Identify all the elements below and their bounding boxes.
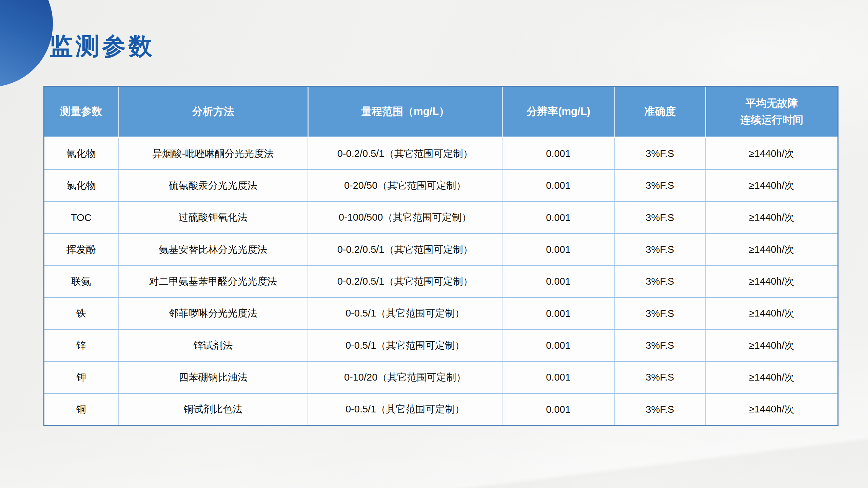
cell-method: 异烟酸-吡唑啉酮分光光度法 <box>118 138 308 169</box>
cell-range: 0-20/50（其它范围可定制） <box>308 170 502 201</box>
cell-param: 挥发酚 <box>44 234 118 265</box>
cell-param: 氰化物 <box>44 138 118 169</box>
cell-method: 邻菲啰啉分光光度法 <box>118 298 308 329</box>
table-row: 氰化物异烟酸-吡唑啉酮分光光度法0-0.2/0.5/1（其它范围可定制）0.00… <box>44 138 837 169</box>
column-header-param: 测量参数 <box>44 87 118 137</box>
cell-mtbf: ≥1440h/次 <box>705 138 837 169</box>
cell-mtbf: ≥1440h/次 <box>705 266 837 297</box>
cell-accuracy: 3%F.S <box>614 234 705 265</box>
cell-resolution: 0.001 <box>502 138 614 169</box>
cell-resolution: 0.001 <box>502 330 614 361</box>
cell-mtbf: ≥1440h/次 <box>705 298 837 329</box>
cell-accuracy: 3%F.S <box>614 170 705 201</box>
cell-accuracy: 3%F.S <box>614 298 705 329</box>
cell-resolution: 0.001 <box>502 298 614 329</box>
column-header-accuracy: 准确度 <box>614 87 705 137</box>
column-header-method: 分析方法 <box>118 87 308 137</box>
cell-range: 0-0.2/0.5/1（其它范围可定制） <box>308 138 502 169</box>
cell-param: 铁 <box>44 298 118 329</box>
cell-accuracy: 3%F.S <box>614 362 705 393</box>
cell-param: TOC <box>44 202 118 233</box>
cell-param: 钾 <box>44 362 118 393</box>
table-body: 氰化物异烟酸-吡唑啉酮分光光度法0-0.2/0.5/1（其它范围可定制）0.00… <box>44 137 837 425</box>
cell-param: 铜 <box>44 394 118 425</box>
slide: 监测参数 测量参数 分析方法 量程范围（mg/L） 分辨率(mg/L) 准确度 … <box>0 0 868 488</box>
column-header-label: 量程范围（mg/L） <box>361 103 449 120</box>
cell-range: 0-10/20（其它范围可定制） <box>308 362 502 393</box>
table-row: 挥发酚氨基安替比林分光光度法0-0.2/0.5/1（其它范围可定制）0.0013… <box>44 233 837 265</box>
table-row: 钾四苯硼钠比浊法0-10/20（其它范围可定制）0.0013%F.S≥1440h… <box>44 361 837 393</box>
cell-method: 锌试剂法 <box>118 330 308 361</box>
cell-method: 氨基安替比林分光光度法 <box>118 234 308 265</box>
column-header-label: 分辨率(mg/L) <box>527 103 590 120</box>
cell-method: 四苯硼钠比浊法 <box>118 362 308 393</box>
table-row: 氯化物硫氰酸汞分光光度法0-20/50（其它范围可定制）0.0013%F.S≥1… <box>44 169 837 201</box>
cell-resolution: 0.001 <box>502 394 614 425</box>
column-header-label: 准确度 <box>644 103 676 120</box>
column-header-mtbf: 平均无故障 连续运行时间 <box>705 87 837 137</box>
cell-accuracy: 3%F.S <box>614 394 705 425</box>
cell-accuracy: 3%F.S <box>614 138 705 169</box>
cell-resolution: 0.001 <box>502 170 614 201</box>
column-header-label-line1: 平均无故障 <box>746 95 798 111</box>
table-header-row: 测量参数 分析方法 量程范围（mg/L） 分辨率(mg/L) 准确度 平均无故障… <box>44 87 837 137</box>
cell-mtbf: ≥1440h/次 <box>705 394 837 425</box>
cell-resolution: 0.001 <box>502 362 614 393</box>
table-row: 铁邻菲啰啉分光光度法0-0.5/1（其它范围可定制）0.0013%F.S≥144… <box>44 297 837 329</box>
table-row: 联氨对二甲氨基苯甲醛分光光度法0-0.2/0.5/1（其它范围可定制）0.001… <box>44 265 837 297</box>
page-title: 监测参数 <box>49 30 155 62</box>
column-header-label-line2: 连续运行时间 <box>740 112 803 128</box>
cell-resolution: 0.001 <box>502 266 614 297</box>
column-header-range: 量程范围（mg/L） <box>308 87 502 137</box>
cell-param: 氯化物 <box>44 170 118 201</box>
parameters-table: 测量参数 分析方法 量程范围（mg/L） 分辨率(mg/L) 准确度 平均无故障… <box>43 86 839 426</box>
cell-resolution: 0.001 <box>502 202 614 233</box>
column-header-label: 分析方法 <box>192 103 234 120</box>
cell-method: 铜试剂比色法 <box>118 394 308 425</box>
cell-mtbf: ≥1440h/次 <box>705 234 837 265</box>
column-header-resolution: 分辨率(mg/L) <box>502 87 614 137</box>
cell-range: 0-0.2/0.5/1（其它范围可定制） <box>308 234 502 265</box>
column-header-label: 测量参数 <box>60 103 102 120</box>
cell-mtbf: ≥1440h/次 <box>705 202 837 233</box>
cell-param: 锌 <box>44 330 118 361</box>
cell-range: 0-0.5/1（其它范围可定制） <box>308 330 502 361</box>
cell-range: 0-0.5/1（其它范围可定制） <box>308 298 502 329</box>
table-row: 锌锌试剂法0-0.5/1（其它范围可定制）0.0013%F.S≥1440h/次 <box>44 329 837 361</box>
cell-accuracy: 3%F.S <box>614 266 705 297</box>
cell-mtbf: ≥1440h/次 <box>705 362 837 393</box>
cell-mtbf: ≥1440h/次 <box>705 170 837 201</box>
table-row: 铜铜试剂比色法0-0.5/1（其它范围可定制）0.0013%F.S≥1440h/… <box>44 393 837 425</box>
cell-method: 硫氰酸汞分光光度法 <box>118 170 308 201</box>
table-row: TOC过硫酸钾氧化法0-100/500（其它范围可定制）0.0013%F.S≥1… <box>44 201 837 233</box>
cell-accuracy: 3%F.S <box>614 330 705 361</box>
cell-method: 对二甲氨基苯甲醛分光光度法 <box>118 266 308 297</box>
cell-param: 联氨 <box>44 266 118 297</box>
cell-range: 0-100/500（其它范围可定制） <box>308 202 502 233</box>
cell-method: 过硫酸钾氧化法 <box>118 202 308 233</box>
cell-mtbf: ≥1440h/次 <box>705 330 837 361</box>
cell-range: 0-0.5/1（其它范围可定制） <box>308 394 502 425</box>
cell-accuracy: 3%F.S <box>614 202 705 233</box>
cell-range: 0-0.2/0.5/1（其它范围可定制） <box>308 266 502 297</box>
cell-resolution: 0.001 <box>502 234 614 265</box>
